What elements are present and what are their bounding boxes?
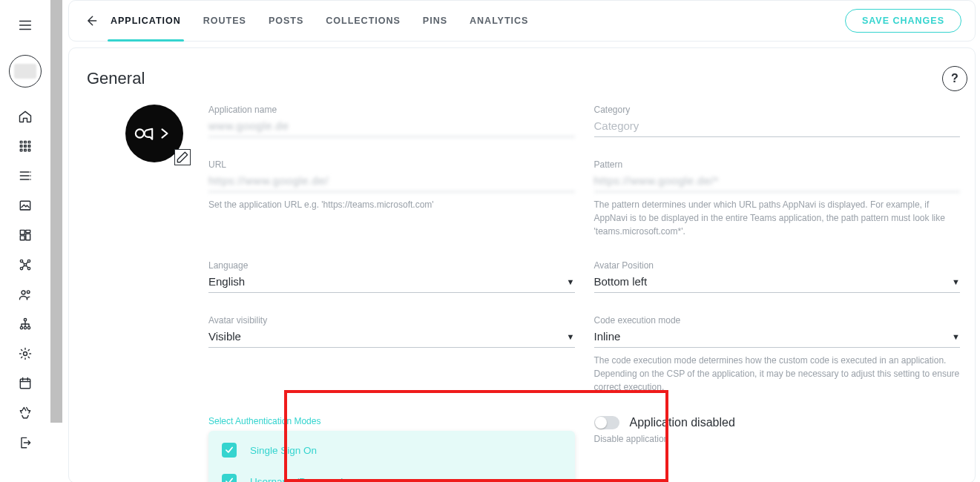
chevron-down-icon: ▼ — [567, 277, 575, 286]
apps-grid-icon — [18, 139, 33, 153]
helper-pattern: The pattern determines under which URL p… — [594, 198, 961, 238]
value-language: English — [208, 275, 245, 288]
org-icon — [18, 317, 33, 331]
svg-rect-8 — [28, 149, 30, 151]
list-icon — [18, 168, 33, 183]
field-app-name: Application name www.google.de — [208, 105, 575, 137]
tab-pins[interactable]: PINS — [423, 1, 447, 41]
field-app-disabled: Application disabled Disable application — [594, 416, 961, 482]
scrollbar-thumb — [50, 0, 62, 423]
toggle-row: Application disabled — [594, 416, 961, 429]
save-changes-button[interactable]: SAVE CHANGES — [845, 9, 961, 33]
field-avatar-position: Avatar Position Bottom left ▼ — [594, 260, 961, 293]
svg-rect-16 — [20, 236, 24, 240]
svg-rect-13 — [20, 230, 24, 234]
logout-icon — [18, 435, 33, 450]
tab-posts[interactable]: POSTS — [269, 1, 303, 41]
input-url[interactable]: https://www.google.de/ — [208, 171, 575, 192]
tabs-bar: APPLICATION ROUTES POSTS COLLECTIONS PIN… — [68, 0, 976, 42]
tabs: APPLICATION ROUTES POSTS COLLECTIONS PIN… — [111, 1, 528, 41]
image-icon — [18, 198, 33, 213]
app-logo — [125, 105, 183, 162]
nav-network[interactable] — [17, 257, 33, 273]
nav-structure[interactable] — [17, 316, 33, 332]
nav-logout[interactable] — [17, 435, 33, 451]
label-code-exec: Code execution mode — [594, 315, 961, 326]
tab-collections[interactable]: COLLECTIONS — [326, 1, 401, 41]
input-pattern[interactable]: https://www.google.de/* — [594, 171, 961, 192]
nav-recycle[interactable] — [17, 405, 33, 421]
select-code-exec[interactable]: Inline ▼ — [594, 327, 961, 348]
svg-point-23 — [27, 291, 30, 294]
tab-routes[interactable]: ROUTES — [203, 1, 246, 41]
label-app-name: Application name — [208, 105, 575, 115]
avatar-thumb — [14, 64, 36, 79]
nav-home[interactable] — [17, 108, 33, 125]
sidebar-nav — [17, 108, 33, 451]
checkbox-checked-icon — [222, 443, 237, 458]
network-icon — [18, 257, 33, 272]
svg-point-9 — [30, 171, 31, 173]
svg-rect-7 — [24, 149, 27, 151]
toggle-app-disabled[interactable] — [594, 416, 619, 429]
pencil-icon — [175, 148, 190, 166]
help-icon: ? — [951, 72, 958, 85]
edit-logo-button[interactable] — [174, 149, 191, 165]
app-logo-glyph — [134, 125, 175, 142]
input-category[interactable] — [594, 116, 961, 137]
field-code-exec: Code execution mode Inline ▼ The code ex… — [594, 315, 961, 394]
svg-rect-0 — [20, 141, 22, 143]
app-logo-column — [119, 105, 189, 482]
field-auth-modes: Select Authentication Modes Single Sign … — [208, 416, 575, 482]
users-icon — [18, 287, 33, 302]
svg-rect-15 — [26, 234, 30, 240]
dashboard-icon — [18, 228, 33, 242]
nav-media[interactable] — [17, 197, 33, 214]
label-pattern: Pattern — [594, 159, 961, 170]
sidebar-scrollbar[interactable] — [50, 0, 62, 423]
auth-option-label: Single Sign On — [250, 445, 317, 456]
page-title: General — [87, 69, 145, 88]
tab-application[interactable]: APPLICATION — [111, 1, 181, 41]
workspace-avatar[interactable] — [9, 55, 42, 88]
back-button[interactable] — [82, 12, 100, 30]
field-pattern: Pattern https://www.google.de/* The patt… — [594, 159, 961, 238]
field-url: URL https://www.google.de/ Set the appli… — [208, 159, 575, 238]
label-avatar-visibility: Avatar visibility — [208, 315, 575, 326]
hamburger-icon — [17, 17, 33, 33]
field-language: Language English ▼ — [208, 260, 575, 293]
nav-calendar[interactable] — [17, 375, 33, 392]
auth-option-userpass[interactable]: Username/Password — [208, 466, 575, 482]
nav-apps[interactable] — [17, 138, 33, 154]
hamburger-menu-button[interactable] — [12, 12, 39, 39]
nav-list[interactable] — [17, 168, 33, 184]
svg-rect-4 — [24, 145, 27, 148]
select-language[interactable]: English ▼ — [208, 272, 575, 293]
field-avatar-visibility: Avatar visibility Visible ▼ — [208, 315, 575, 394]
nav-settings[interactable] — [17, 346, 33, 362]
calendar-icon — [18, 376, 33, 391]
tab-analytics[interactable]: ANALYTICS — [470, 1, 528, 41]
chevron-down-icon: ▼ — [952, 332, 960, 341]
svg-rect-6 — [20, 149, 22, 151]
svg-rect-5 — [28, 145, 30, 148]
label-avatar-position: Avatar Position — [594, 260, 961, 271]
select-avatar-visibility[interactable]: Visible ▼ — [208, 327, 575, 348]
input-app-name[interactable]: www.google.de — [208, 116, 575, 137]
label-category: Category — [594, 105, 961, 115]
auth-modes-dropdown: Single Sign On Username/Password — [208, 431, 575, 482]
form-area: Application name www.google.de Category … — [119, 105, 967, 482]
value-code-exec: Inline — [594, 330, 621, 343]
nav-widgets[interactable] — [17, 227, 33, 243]
main-card: General ? — [68, 47, 976, 482]
chevron-down-icon: ▼ — [952, 277, 960, 286]
auth-option-label: Username/Password — [250, 476, 343, 483]
gear-icon — [18, 346, 33, 361]
arrow-left-icon — [84, 13, 99, 28]
toggle-knob — [595, 417, 607, 429]
label-auth-modes: Select Authentication Modes — [208, 416, 575, 426]
select-avatar-position[interactable]: Bottom left ▼ — [594, 272, 961, 293]
nav-users[interactable] — [17, 286, 33, 303]
auth-option-sso[interactable]: Single Sign On — [208, 435, 575, 465]
help-button[interactable]: ? — [942, 66, 967, 91]
